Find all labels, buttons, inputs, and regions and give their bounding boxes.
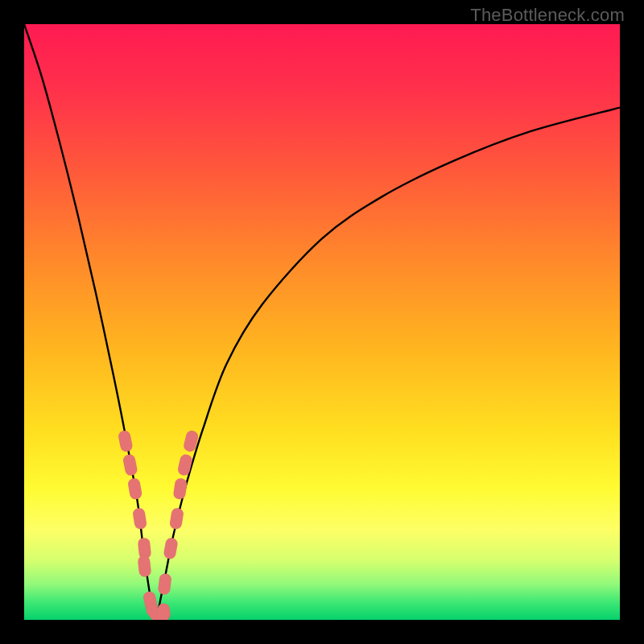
marker-bead [118,430,134,452]
marker-bead [122,453,138,476]
marker-bead [138,555,152,577]
marker-bead [127,477,142,500]
watermark-text: TheBottleneck.com [470,5,625,26]
marker-bead [172,477,188,500]
marker-bead [155,603,171,620]
plot-area [24,24,620,620]
marker-bead [163,537,178,559]
bottleneck-curve [24,24,620,620]
marker-bead [132,507,147,530]
marker-bead [169,507,184,530]
marker-bead [158,573,172,596]
marker-bead [177,453,193,477]
